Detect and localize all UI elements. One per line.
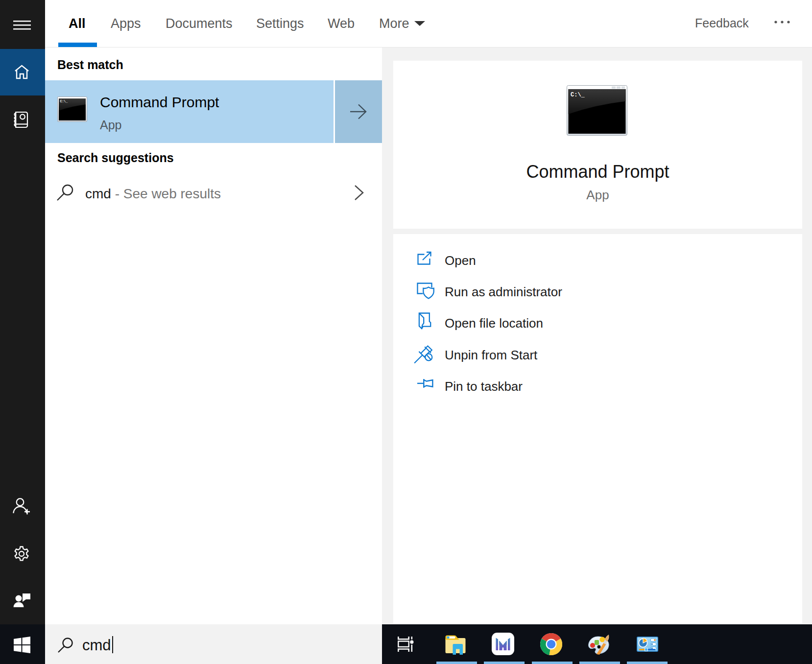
svg-text:C:\_: C:\_ — [60, 100, 68, 103]
svg-text:C:\_: C:\_ — [571, 92, 585, 98]
